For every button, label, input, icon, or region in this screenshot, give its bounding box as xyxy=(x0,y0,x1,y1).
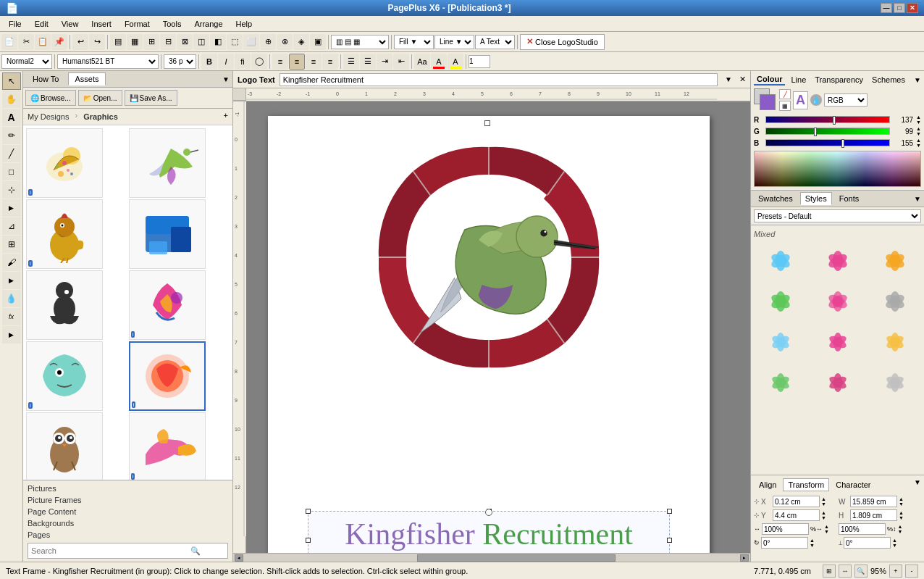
swatch-9[interactable] xyxy=(868,324,921,360)
crop-tool[interactable]: ⊹ xyxy=(2,181,21,199)
b-slider-track[interactable] xyxy=(765,139,890,146)
swatch-11[interactable] xyxy=(811,365,864,401)
swatch-5[interactable] xyxy=(811,283,864,320)
r-thumb[interactable] xyxy=(833,116,836,125)
swatch-3[interactable] xyxy=(868,243,921,279)
asset-owl[interactable] xyxy=(26,412,103,480)
search-icon[interactable]: 🔍 xyxy=(190,546,201,556)
colour-mode-select[interactable]: RGB xyxy=(824,93,868,107)
italic-button[interactable]: I xyxy=(218,54,234,70)
transform-tab[interactable]: Transform xyxy=(783,478,829,491)
page-number-input[interactable] xyxy=(469,55,490,68)
howto-tab[interactable]: How To xyxy=(26,72,65,86)
scaley-spin[interactable]: ▲ ▼ xyxy=(898,524,903,534)
no-fill-btn[interactable]: ╱ xyxy=(779,89,791,99)
align-left-button[interactable]: ≡ xyxy=(272,54,288,70)
asset-fish-shape[interactable]: i xyxy=(129,412,206,480)
swatch-4[interactable] xyxy=(754,283,807,320)
menu-tools[interactable]: Tools xyxy=(157,18,188,30)
page-content-link[interactable]: Page Content xyxy=(28,507,228,517)
fit-page-btn[interactable]: ⊞ xyxy=(823,565,836,578)
save-as-button[interactable]: 💾 Save As... xyxy=(125,90,177,106)
swatch-1[interactable] xyxy=(754,243,807,279)
aa-button[interactable]: Aa xyxy=(414,54,430,70)
g-slider-track[interactable] xyxy=(765,128,890,135)
cut-button[interactable]: ✂ xyxy=(18,34,34,50)
horizontal-scrollbar[interactable]: ◂ ▸ xyxy=(233,553,750,562)
g-thumb[interactable] xyxy=(814,128,817,136)
line-tab[interactable]: Line xyxy=(788,75,809,85)
circle-btn[interactable]: ◯ xyxy=(251,54,267,70)
line-dropdown[interactable]: Line ▼ xyxy=(434,35,474,49)
menu-arrange[interactable]: Arrange xyxy=(188,18,228,30)
align-right-button[interactable]: ≡ xyxy=(306,54,322,70)
asset-stick-figure[interactable] xyxy=(26,270,103,340)
y-input[interactable] xyxy=(773,509,820,521)
fit-width-btn[interactable]: ↔ xyxy=(839,565,852,578)
zoom-in-btn[interactable]: + xyxy=(889,565,902,578)
tb-btn3[interactable]: ⊞ xyxy=(143,34,159,50)
h-spin[interactable]: ▲ ▼ xyxy=(899,510,904,520)
close-logostudio-button[interactable]: ✕ Close LogoStudio xyxy=(520,34,605,50)
expand2-tool[interactable]: ▶ xyxy=(2,272,21,289)
scroll-thumb-h[interactable] xyxy=(417,554,616,562)
handle-mr[interactable] xyxy=(667,538,672,543)
swatch-10[interactable] xyxy=(754,365,807,401)
eyedropper-colour-btn[interactable]: 💧 xyxy=(810,94,822,106)
fx-tool[interactable]: fx xyxy=(2,308,21,325)
size-dropdown[interactable]: 36 pt xyxy=(164,54,196,69)
scroll-left-btn[interactable]: ◂ xyxy=(235,554,243,562)
tb-btn8[interactable]: ⬚ xyxy=(227,34,243,50)
schemes-tab[interactable]: Schemes xyxy=(869,75,908,85)
font-dropdown[interactable]: Humanst521 BT xyxy=(57,54,159,69)
rot-spin[interactable]: ▲ ▼ xyxy=(810,538,815,548)
close-panel-icon[interactable]: ✕ xyxy=(739,75,746,84)
b-arrows[interactable]: ▲ ▼ xyxy=(916,138,921,148)
zoom-btn[interactable]: 🔍 xyxy=(854,565,868,578)
transparency-tab[interactable]: Transparency xyxy=(812,75,866,85)
shear-input[interactable] xyxy=(844,537,891,549)
graphics-link[interactable]: Graphics xyxy=(83,111,118,122)
w-spin[interactable]: ▲ ▼ xyxy=(899,496,904,507)
menu-file[interactable]: File xyxy=(3,18,28,30)
asset-bird-circle[interactable]: i xyxy=(129,341,206,411)
colour-panel-options[interactable]: ▼ xyxy=(914,76,921,84)
asset-hummingbird[interactable] xyxy=(129,128,206,198)
scale-x-input[interactable] xyxy=(762,523,809,535)
backgrounds-link[interactable]: Backgrounds xyxy=(28,518,228,528)
scale-y-input[interactable] xyxy=(839,523,886,535)
g-arrows[interactable]: ▲ ▼ xyxy=(916,126,921,136)
picture-frames-link[interactable]: Picture Frames xyxy=(28,495,228,505)
fi-button[interactable]: fi xyxy=(235,54,251,70)
y-spin[interactable]: ▲ ▼ xyxy=(821,510,826,520)
h-input[interactable] xyxy=(850,509,897,521)
maximize-button[interactable]: □ xyxy=(894,3,905,13)
bold-button[interactable]: B xyxy=(201,54,217,70)
handle-tl[interactable] xyxy=(306,509,311,514)
w-input[interactable] xyxy=(850,496,897,507)
tb-btn4[interactable]: ⊟ xyxy=(160,34,176,50)
canvas-options-icon[interactable]: ▼ xyxy=(725,75,732,83)
zoom-out-btn[interactable]: - xyxy=(905,565,918,578)
tb-btn6[interactable]: ◫ xyxy=(193,34,209,50)
pencil-tool[interactable]: ✏ xyxy=(2,127,21,144)
text-tool[interactable]: A xyxy=(2,109,21,126)
assets-tab[interactable]: Assets xyxy=(68,72,105,86)
menu-format[interactable]: Format xyxy=(119,18,156,30)
menu-help[interactable]: Help xyxy=(230,18,259,30)
eyedrop-tool[interactable]: 💧 xyxy=(2,290,21,307)
undo-button[interactable]: ↩ xyxy=(72,34,88,50)
zoom-dropdown[interactable]: ▥ ▤ ▦ xyxy=(331,35,389,49)
copy-button[interactable]: 📋 xyxy=(35,34,51,50)
swatch-6[interactable] xyxy=(868,283,921,320)
line-tool[interactable]: ╱ xyxy=(2,145,21,162)
paste-button[interactable]: 📌 xyxy=(51,34,67,50)
tb-btn11[interactable]: ⊗ xyxy=(277,34,293,50)
fonts-tab[interactable]: Fonts xyxy=(835,193,864,204)
browse-button[interactable]: 🌐 Browse... xyxy=(25,90,76,106)
tb-btn12[interactable]: ◈ xyxy=(293,34,309,50)
logo-text-input[interactable] xyxy=(280,73,718,86)
swatches-options[interactable]: ▼ xyxy=(914,195,921,203)
pictures-link[interactable]: Pictures xyxy=(28,483,228,493)
transform-tool[interactable]: ⊞ xyxy=(2,236,21,253)
